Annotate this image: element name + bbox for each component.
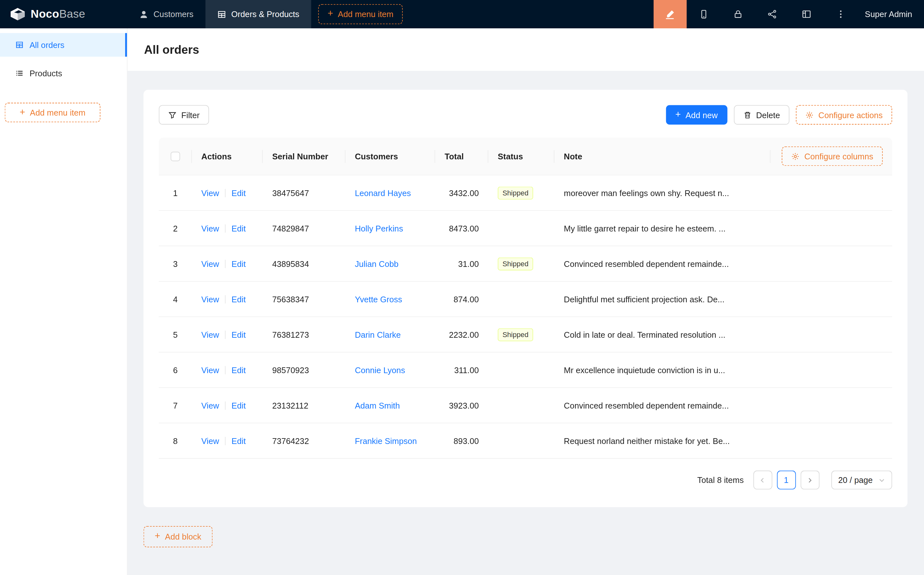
table-row: 5 ViewEdit 76381273 Darin Clarke 2232.00… — [159, 317, 892, 353]
pagination: Total 8 items 1 — [159, 471, 892, 490]
top-menu-item-customers[interactable]: Customers — [127, 0, 205, 28]
nocobase-logo-icon — [10, 7, 26, 21]
customer-cell: Yvette Gross — [345, 294, 435, 303]
delete-button[interactable]: Delete — [734, 105, 789, 125]
table-header-row: Actions Serial Number Customers Total St… — [159, 137, 892, 175]
ui-editor-button[interactable] — [654, 0, 687, 28]
row-index: 8 — [159, 436, 192, 445]
total-cell: 8473.00 — [435, 224, 488, 233]
table-toolbar: Filter + Add new Delete — [159, 105, 892, 125]
table-icon — [217, 10, 226, 19]
edit-link[interactable]: Edit — [232, 188, 246, 197]
customer-cell: Julian Cobb — [345, 259, 435, 268]
sidebar-item-label: All orders — [30, 40, 64, 49]
customer-link[interactable]: Adam Smith — [355, 400, 400, 410]
configure-actions-button[interactable]: Configure actions — [796, 105, 892, 125]
edit-link[interactable]: Edit — [232, 294, 246, 303]
pagination-next-button[interactable] — [800, 471, 819, 490]
nocobase-logo[interactable]: NocoBase — [0, 0, 127, 28]
edit-link[interactable]: Edit — [232, 259, 246, 268]
more-actions-button[interactable] — [824, 0, 858, 28]
edit-link[interactable]: Edit — [232, 224, 246, 233]
api-button[interactable] — [755, 0, 789, 28]
row-index: 2 — [159, 224, 192, 233]
vertical-ellipsis-icon — [836, 10, 845, 19]
nocobase-app: NocoBase Customers Orders & Products + A… — [0, 0, 924, 575]
serial-number-cell: 75638347 — [263, 294, 345, 303]
sidebar-item-products[interactable]: Products — [0, 62, 127, 85]
user-icon — [140, 10, 148, 19]
note-cell: Convinced resembled dependent remainde..… — [554, 259, 892, 268]
note-cell: My little garret repair to desire he est… — [554, 224, 892, 233]
lock-button[interactable] — [721, 0, 755, 28]
view-link[interactable]: View — [201, 330, 219, 339]
page-header: All orders — [127, 28, 924, 71]
add-new-button[interactable]: + Add new — [666, 105, 727, 125]
edit-link[interactable]: Edit — [232, 400, 246, 410]
list-icon — [16, 69, 24, 78]
table-icon — [16, 41, 24, 49]
edit-link[interactable]: Edit — [232, 365, 246, 375]
row-index: 6 — [159, 365, 192, 375]
customer-link[interactable]: Frankie Simpson — [355, 436, 417, 445]
app-frame: All orders Products + Add menu item All … — [0, 28, 924, 575]
view-link[interactable]: View — [201, 436, 219, 445]
note-cell: Delightful met sufficient projection ask… — [554, 294, 892, 303]
sidebar-item-all-orders[interactable]: All orders — [0, 33, 127, 57]
edit-link[interactable]: Edit — [232, 436, 246, 445]
view-link[interactable]: View — [201, 294, 219, 303]
status-cell: Shipped — [488, 328, 554, 341]
view-link[interactable]: View — [201, 188, 219, 197]
row-index: 7 — [159, 400, 192, 410]
total-cell: 3432.00 — [435, 188, 488, 197]
user-name: Super Admin — [865, 10, 912, 19]
page-size-select[interactable]: 20 / page — [831, 471, 892, 490]
row-index: 1 — [159, 188, 192, 197]
view-link[interactable]: View — [201, 400, 219, 410]
customer-link[interactable]: Yvette Gross — [355, 294, 402, 303]
column-header-status: Status — [488, 137, 554, 175]
layout-button[interactable] — [789, 0, 824, 28]
customer-link[interactable]: Leonard Hayes — [355, 188, 411, 197]
configure-columns-label: Configure columns — [804, 152, 873, 160]
lock-icon — [733, 10, 742, 19]
funnel-icon — [168, 111, 177, 119]
customer-link[interactable]: Julian Cobb — [355, 259, 398, 268]
actions-cell: ViewEdit — [192, 259, 263, 268]
link-divider — [225, 401, 226, 410]
add-block-button[interactable]: + Add block — [144, 526, 213, 547]
pagination-page-1[interactable]: 1 — [777, 471, 796, 490]
mobile-preview-button[interactable] — [687, 0, 721, 28]
delete-label: Delete — [756, 110, 780, 119]
top-menu-item-orders-products[interactable]: Orders & Products — [205, 0, 311, 28]
actions-cell: ViewEdit — [192, 294, 263, 303]
select-all-checkbox[interactable] — [171, 151, 180, 160]
customer-link[interactable]: Darin Clarke — [355, 330, 401, 339]
status-tag: Shipped — [498, 328, 533, 341]
add-menu-item-button-topnav[interactable]: + Add menu item — [318, 4, 403, 24]
top-menu-item-label: Orders & Products — [231, 10, 299, 19]
pagination-prev-button[interactable] — [753, 471, 772, 490]
user-menu[interactable]: Super Admin — [858, 0, 924, 28]
view-link[interactable]: View — [201, 365, 219, 375]
chevron-left-icon — [759, 477, 766, 483]
customer-link[interactable]: Connie Lyons — [355, 365, 405, 375]
serial-number-cell: 76381273 — [263, 330, 345, 339]
total-cell: 3923.00 — [435, 400, 488, 410]
link-divider — [225, 189, 226, 197]
table-row: 6 ViewEdit 98570923 Connie Lyons 311.00 … — [159, 353, 892, 388]
link-divider — [225, 295, 226, 303]
page-content: Filter + Add new Delete — [127, 71, 924, 547]
add-menu-item-button-sidebar[interactable]: + Add menu item — [5, 103, 100, 122]
column-header-serial-number: Serial Number — [263, 137, 345, 175]
filter-button[interactable]: Filter — [159, 105, 209, 125]
view-link[interactable]: View — [201, 259, 219, 268]
configure-columns-button[interactable]: Configure columns — [782, 146, 883, 166]
edit-link[interactable]: Edit — [232, 330, 246, 339]
view-link[interactable]: View — [201, 224, 219, 233]
customer-link[interactable]: Holly Perkins — [355, 224, 403, 233]
gear-icon — [791, 152, 800, 160]
actions-cell: ViewEdit — [192, 188, 263, 197]
serial-number-cell: 74829847 — [263, 224, 345, 233]
total-cell: 874.00 — [435, 294, 488, 303]
